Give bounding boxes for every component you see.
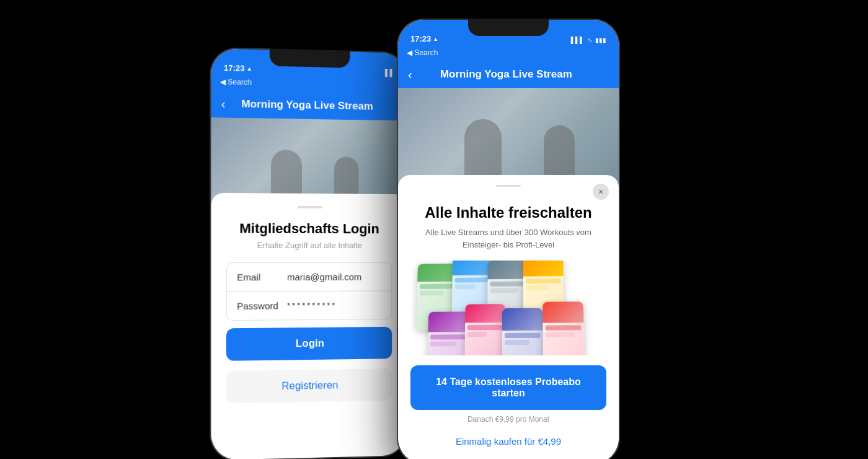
signal-bars-right: ▌▌▌ — [571, 37, 584, 43]
location-icon-right: ▲ — [433, 36, 438, 42]
trial-button[interactable]: 14 Tage kostenloses Probeabo starten — [410, 365, 606, 410]
price-note: Danach €9,99 pro Monat — [467, 415, 549, 424]
password-row[interactable]: Password ********** — [227, 291, 391, 320]
upsell-title: Alle Inhalte freischalten — [425, 204, 591, 221]
location-icon-left: ▲ — [247, 65, 252, 71]
sheet-handle-right — [496, 185, 521, 187]
time-text-right: 17:23 — [410, 34, 431, 43]
signal-icon-left: ▌▌ — [385, 69, 394, 76]
back-label-left: ◀ Search — [220, 78, 252, 87]
back-button-right[interactable]: ‹ — [408, 68, 412, 82]
login-sheet: Mitgliedschafts Login Erhalte Zugriff au… — [211, 193, 406, 459]
close-button[interactable]: × — [593, 184, 609, 200]
nav-bar-left: ‹ Morning Yoga Live Stream — [211, 90, 406, 121]
email-row[interactable]: Email maria@gmail.com — [227, 263, 391, 292]
password-value: ********** — [287, 300, 382, 310]
email-label: Email — [237, 272, 287, 282]
hero-image-right — [398, 88, 619, 187]
nav-bar-right: ‹ Morning Yoga Live Stream — [398, 61, 619, 88]
phone-right: 17:23 ▲ ▌▌▌ ∿ ▮▮▮ ◀ Search ‹ Morning Yog… — [397, 19, 620, 459]
login-button[interactable]: Login — [226, 327, 392, 361]
mini-phone-5 — [427, 311, 468, 355]
status-icons-left: ▌▌ — [385, 69, 394, 76]
back-label-right: ◀ Search — [407, 48, 438, 57]
login-title: Mitgliedschafts Login — [226, 220, 392, 237]
one-time-button[interactable]: Einmalig kaufen für €4,99 — [451, 431, 566, 452]
upsell-subtitle: Alle Live Streams und über 300 Workouts … — [410, 226, 606, 251]
notch-left — [270, 48, 350, 68]
phone-right-inner: 17:23 ▲ ▌▌▌ ∿ ▮▮▮ ◀ Search ‹ Morning Yog… — [398, 20, 619, 459]
notch-right — [468, 19, 549, 36]
phones-container: 17:23 ▲ ▌▌ ◀ Search ‹ Morning Yoga Live … — [186, 12, 682, 447]
mini-phone-8 — [542, 301, 585, 355]
password-label: Password — [237, 300, 287, 311]
sheet-handle-left — [298, 206, 322, 208]
phone-left: 17:23 ▲ ▌▌ ◀ Search ‹ Morning Yoga Live … — [210, 47, 407, 459]
nav-title-left: Morning Yoga Live Stream — [232, 98, 383, 114]
login-subtitle: Erhalte Zugriff auf alle Inhalte — [226, 241, 392, 250]
nav-title-right: Morning Yoga Live Stream — [418, 68, 594, 81]
status-time-left: 17:23 ▲ — [224, 63, 252, 73]
wifi-icon-right: ∿ — [587, 37, 592, 43]
input-group: Email maria@gmail.com Password *********… — [226, 262, 392, 321]
phone-collage — [410, 261, 606, 355]
register-button[interactable]: Registrieren — [226, 368, 392, 403]
mini-phone-7 — [502, 308, 544, 355]
phone-left-inner: 17:23 ▲ ▌▌ ◀ Search ‹ Morning Yoga Live … — [211, 48, 406, 459]
search-back-bar-right: ◀ Search — [398, 47, 619, 61]
mini-phone-6 — [464, 304, 505, 355]
battery-icon-right: ▮▮▮ — [595, 37, 606, 43]
status-time-right: 17:23 ▲ — [410, 34, 438, 43]
email-value: maria@gmail.com — [287, 272, 382, 282]
upsell-sheet: × Alle Inhalte freischalten Alle Live St… — [398, 175, 619, 459]
back-button-left[interactable]: ‹ — [221, 97, 226, 111]
time-text-left: 17:23 — [224, 63, 245, 73]
status-icons-right: ▌▌▌ ∿ ▮▮▮ — [571, 37, 606, 43]
